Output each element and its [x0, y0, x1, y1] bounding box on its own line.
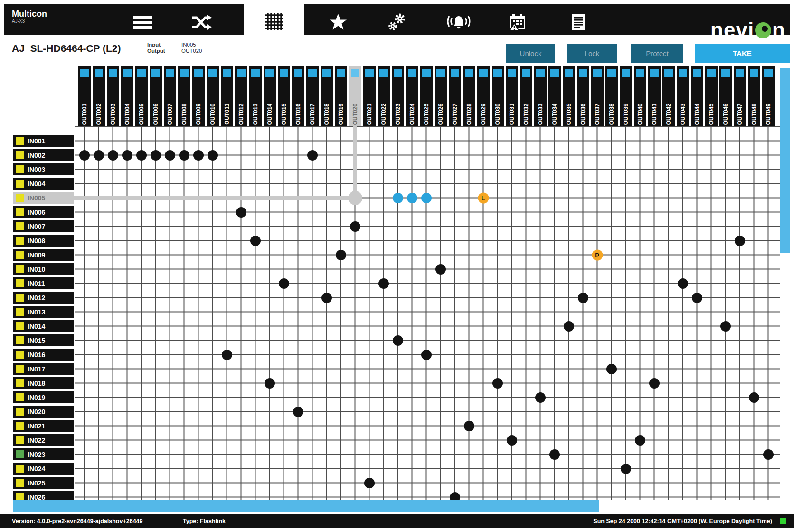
crosspoint-dot[interactable] — [649, 378, 660, 389]
output-header[interactable]: OUT041 — [648, 66, 661, 126]
input-header[interactable]: IN021 — [13, 420, 74, 432]
output-header[interactable]: OUT013 — [249, 66, 262, 126]
output-header[interactable]: OUT025 — [420, 66, 433, 126]
crosspoint-dot[interactable] — [635, 435, 645, 446]
output-header[interactable]: OUT005 — [135, 66, 148, 126]
output-header[interactable]: OUT002 — [93, 66, 105, 126]
lock-badge[interactable]: L — [478, 192, 489, 203]
output-header[interactable]: OUT045 — [705, 66, 718, 126]
output-header[interactable]: OUT036 — [577, 66, 589, 126]
input-header[interactable]: IN009 — [13, 249, 74, 261]
crosspoint-dot[interactable] — [678, 278, 688, 289]
output-header[interactable]: OUT001 — [78, 66, 91, 126]
output-header[interactable]: OUT015 — [278, 66, 290, 126]
output-header[interactable]: OUT017 — [306, 66, 319, 126]
input-header[interactable]: IN002 — [13, 149, 74, 161]
pending-crosspoint-dot[interactable] — [421, 193, 432, 203]
crosspoint-dot[interactable] — [279, 278, 289, 289]
input-header[interactable]: IN016 — [13, 349, 74, 361]
protect-badge[interactable]: P — [592, 249, 603, 260]
crosspoint-dot[interactable] — [151, 150, 161, 161]
output-header[interactable]: OUT004 — [121, 66, 133, 126]
output-header[interactable]: OUT018 — [321, 66, 333, 126]
input-header[interactable]: IN010 — [13, 263, 74, 275]
crosspoint-dot[interactable] — [108, 150, 118, 161]
output-header[interactable]: OUT023 — [392, 66, 404, 126]
input-header[interactable]: IN024 — [13, 463, 74, 475]
crosspoint-dot[interactable] — [749, 392, 759, 403]
selected-crosspoint[interactable] — [348, 191, 362, 205]
crosspoint-dot[interactable] — [606, 364, 617, 374]
input-header[interactable]: IN015 — [13, 334, 74, 346]
horizontal-scrollbar[interactable] — [13, 500, 599, 512]
crosspoint-dot[interactable] — [507, 435, 517, 446]
vertical-scrollbar[interactable] — [780, 68, 790, 253]
take-button[interactable]: TAKE — [695, 44, 790, 63]
output-header[interactable]: OUT032 — [520, 66, 532, 126]
crosspoint-dot[interactable] — [364, 478, 375, 488]
output-header[interactable]: OUT027 — [449, 66, 461, 126]
output-header[interactable]: OUT006 — [150, 66, 162, 126]
tab-router[interactable] — [187, 8, 217, 39]
input-header[interactable]: IN012 — [13, 292, 74, 304]
input-header[interactable]: IN001 — [13, 135, 74, 147]
unlock-button[interactable]: Unlock — [506, 44, 555, 63]
input-header[interactable]: IN022 — [13, 434, 74, 446]
crosspoint-dot[interactable] — [94, 150, 104, 161]
crosspoint-dot[interactable] — [136, 150, 147, 161]
input-header[interactable]: IN003 — [13, 163, 74, 175]
output-header[interactable]: OUT028 — [463, 66, 475, 126]
crosspoint-dot[interactable] — [464, 421, 474, 431]
input-header[interactable]: IN007 — [13, 220, 74, 232]
output-header[interactable]: OUT021 — [363, 66, 376, 126]
output-header[interactable]: OUT049 — [762, 66, 775, 126]
output-header[interactable]: OUT029 — [477, 66, 490, 126]
output-header[interactable]: OUT020 — [349, 66, 361, 126]
lock-button[interactable]: Lock — [567, 44, 617, 63]
input-header[interactable]: IN025 — [13, 477, 74, 489]
output-header[interactable]: OUT047 — [734, 66, 746, 126]
output-header[interactable]: OUT037 — [591, 66, 604, 126]
output-header[interactable]: OUT011 — [221, 66, 233, 126]
input-header[interactable]: IN020 — [13, 406, 74, 418]
output-header[interactable]: OUT024 — [406, 66, 418, 126]
pending-crosspoint-dot[interactable] — [393, 193, 403, 203]
input-header[interactable]: IN006 — [13, 206, 74, 218]
output-header[interactable]: OUT033 — [534, 66, 547, 126]
output-header[interactable]: OUT034 — [548, 66, 561, 126]
output-header[interactable]: OUT022 — [378, 66, 390, 126]
output-header[interactable]: OUT048 — [748, 66, 760, 126]
crosspoint-dot[interactable] — [122, 150, 132, 161]
crosspoint-dot[interactable] — [321, 293, 332, 303]
crosspoint-dot[interactable] — [378, 278, 389, 289]
output-header[interactable]: OUT019 — [335, 66, 347, 126]
tab-favorites[interactable] — [323, 8, 353, 39]
crosspoint-dot[interactable] — [578, 293, 588, 303]
input-header[interactable]: IN019 — [13, 391, 74, 403]
tab-matrix[interactable] — [244, 4, 304, 40]
crosspoint-dot[interactable] — [435, 264, 446, 275]
tab-log[interactable] — [563, 8, 594, 39]
output-header[interactable]: OUT026 — [435, 66, 447, 126]
crosspoint-dot[interactable] — [336, 250, 346, 260]
output-header[interactable]: OUT039 — [620, 66, 632, 126]
crosspoint-dot[interactable] — [421, 350, 432, 360]
output-header[interactable]: OUT010 — [207, 66, 219, 126]
output-header[interactable]: OUT008 — [178, 66, 190, 126]
output-header[interactable]: OUT016 — [292, 66, 304, 126]
output-header[interactable]: OUT031 — [506, 66, 518, 126]
crosspoint-dot[interactable] — [763, 449, 774, 460]
output-header[interactable]: OUT035 — [563, 66, 575, 126]
output-header[interactable]: OUT003 — [107, 66, 119, 126]
crosspoint-dot[interactable] — [350, 221, 360, 232]
output-header[interactable]: OUT009 — [192, 66, 205, 126]
crosspoint-dot[interactable] — [393, 335, 403, 346]
crosspoint-dot[interactable] — [549, 449, 560, 460]
crosspoint-dot[interactable] — [720, 321, 731, 332]
pending-crosspoint-dot[interactable] — [407, 193, 417, 203]
crosspoint-dot[interactable] — [621, 464, 631, 474]
crosspoint-dot[interactable] — [222, 350, 232, 360]
crosspoint-dot[interactable] — [193, 150, 204, 161]
input-header[interactable]: IN004 — [13, 178, 74, 190]
crosspoint-dot[interactable] — [735, 236, 745, 246]
